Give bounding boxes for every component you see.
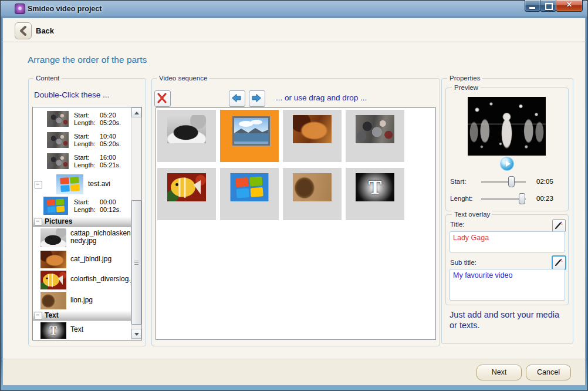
maximize-button[interactable] — [540, 0, 556, 12]
arrow-left-icon — [231, 93, 242, 103]
start-slider-track[interactable] — [481, 181, 526, 183]
picture-thumbnail — [40, 271, 66, 289]
length-value: 05:20s. — [100, 140, 121, 147]
back-label[interactable]: Back — [36, 26, 54, 35]
delete-part-button[interactable] — [154, 90, 171, 107]
pen-icon — [555, 258, 563, 267]
tile-thumbnail-windows-logo — [230, 173, 269, 201]
text-glyph: T — [40, 322, 66, 339]
minimize-button[interactable] — [525, 0, 540, 12]
move-left-button[interactable] — [229, 90, 245, 107]
start-slider-value: 02:05 — [536, 178, 553, 185]
tile-thumbnail-cat-orange — [293, 115, 332, 143]
content-scrollbar[interactable] — [131, 107, 141, 340]
section-header-pictures[interactable]: Pictures — [33, 217, 131, 227]
length-label: Length: — [74, 140, 100, 148]
collapse-expander-icon[interactable] — [35, 218, 42, 225]
sequence-grid[interactable]: T — [156, 107, 436, 340]
windows-logo-thumbnail — [56, 174, 83, 194]
windows-logo-thumbnail — [43, 197, 68, 215]
start-value: 05:20 — [100, 112, 116, 119]
content-list[interactable]: Start:05:20 Length:05:20s. Start:10:40 L… — [32, 107, 142, 341]
start-value: 16:00 — [100, 154, 116, 161]
subtitle-edit-button[interactable] — [552, 255, 566, 270]
picture-thumbnail — [40, 292, 66, 309]
list-item-clip[interactable]: Start:05:20 Length:05:20s. — [33, 110, 131, 131]
collapse-expander-icon[interactable] — [35, 181, 42, 188]
app-icon — [15, 4, 25, 14]
text-overlay-group-label: Text overlay — [452, 211, 492, 218]
header-separator — [2, 42, 586, 42]
clip-thumbnail — [47, 153, 69, 169]
sequence-tile[interactable] — [220, 168, 279, 220]
list-item-clip[interactable]: Start:16:00 Length:05:21s. — [33, 152, 131, 173]
sequence-tile[interactable] — [283, 168, 342, 220]
length-value: 05:20s. — [100, 119, 121, 126]
scroll-up-button[interactable] — [131, 107, 141, 117]
app-window: Smideo video project ✕ Back Arrange the … — [0, 0, 588, 391]
text-thumbnail: T — [40, 322, 66, 339]
content-hint: Double-Click these ... — [34, 90, 109, 99]
start-label: Start: — [74, 112, 100, 119]
arrow-right-icon — [251, 93, 262, 103]
delete-x-icon — [157, 93, 167, 103]
title-label: Title: — [450, 221, 465, 228]
list-item-clip[interactable]: Start:10:40 Length:05:20s. — [33, 131, 131, 152]
length-slider-label: Lenght: — [450, 195, 472, 202]
pen-icon — [555, 221, 563, 230]
list-item-file[interactable]: colorfish_diverslog.jpg — [33, 269, 131, 291]
file-name: lion.jpg — [70, 296, 93, 304]
scroll-down-button[interactable] — [131, 329, 141, 339]
move-right-button[interactable] — [249, 90, 265, 107]
picture-thumbnail — [40, 251, 66, 268]
length-label: Length: — [74, 206, 100, 214]
start-label: Start: — [74, 198, 100, 206]
title-input[interactable]: Lady Gaga — [450, 231, 565, 252]
close-button[interactable]: ✕ — [556, 0, 583, 12]
length-slider-thumb[interactable] — [519, 193, 525, 204]
sequence-tile[interactable] — [157, 168, 216, 220]
sequence-tile[interactable] — [283, 110, 342, 162]
sequence-tile[interactable] — [157, 110, 216, 162]
back-button[interactable] — [15, 22, 32, 39]
cancel-button[interactable]: Cancel — [526, 365, 571, 380]
next-button[interactable]: Next — [477, 365, 522, 380]
play-button[interactable] — [501, 157, 513, 170]
list-item-file[interactable]: T Text — [33, 320, 131, 340]
scroll-down-icon — [134, 333, 139, 336]
helper-note: Just add and sort your media or texts. — [450, 309, 567, 331]
length-slider-value: 00:23 — [536, 195, 553, 202]
content-rows: Start:05:20 Length:05:20s. Start:10:40 L… — [33, 107, 131, 340]
sequence-tile[interactable] — [346, 110, 404, 162]
sequence-tile[interactable] — [220, 110, 279, 162]
tile-thumbnail-lion — [293, 173, 332, 201]
preview-group-label: Preview — [452, 84, 481, 91]
sequence-tile[interactable]: T — [346, 168, 404, 220]
scroll-up-icon — [134, 112, 139, 114]
list-item-file[interactable]: cattap_nicholaskennedy.jpg — [33, 226, 131, 250]
collapse-expander-icon[interactable] — [35, 312, 42, 319]
section-header-text[interactable]: Text — [33, 311, 131, 321]
window-title: Smideo video project — [28, 5, 102, 13]
file-name: cat_jblndl.jpg — [70, 255, 111, 263]
list-item-clip[interactable]: Start:00:00 Length:00:12s. — [33, 196, 131, 217]
list-item-file[interactable]: cat_jblndl.jpg — [33, 250, 131, 269]
content-group-label: Content — [33, 75, 62, 82]
preview-video-frame — [468, 97, 546, 156]
length-label: Length: — [74, 119, 100, 127]
back-chevron-icon — [19, 26, 28, 36]
list-item-file[interactable]: test.avi — [33, 173, 131, 196]
subtitle-label: Sub title: — [450, 259, 477, 266]
list-item-file[interactable]: lion.jpg — [33, 291, 131, 311]
sequence-group-label: Video sequence — [157, 75, 209, 82]
start-label: Start: — [74, 133, 100, 140]
scrollbar-thumb[interactable] — [131, 200, 141, 325]
scrollbar-grip — [134, 262, 138, 263]
subtitle-input[interactable]: My favourite video — [450, 269, 565, 301]
length-value: 00:12s. — [100, 206, 121, 213]
clip-thumbnail — [47, 111, 69, 127]
start-slider-thumb[interactable] — [508, 176, 515, 187]
start-slider-label: Start: — [450, 178, 466, 185]
title-edit-button[interactable] — [552, 219, 566, 232]
file-name: Text — [70, 326, 83, 333]
